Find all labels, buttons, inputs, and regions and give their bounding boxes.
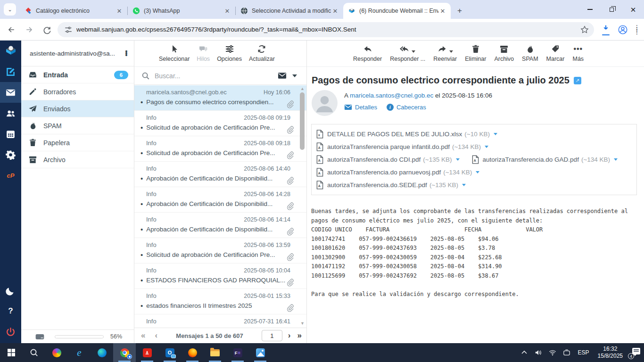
forward-button[interactable]: Reenviar <box>433 44 457 62</box>
logout-icon[interactable] <box>0 321 21 342</box>
attachment-menu-caret-icon[interactable] <box>476 171 479 173</box>
last-page-icon[interactable]: » <box>297 331 302 340</box>
wifi-icon[interactable] <box>545 343 560 362</box>
message-list-item[interactable]: Info 2025-07-31 16:41 • <box>134 314 306 328</box>
message-list-item[interactable]: Info 2025-08-08 09:19 • Solicitud de apr… <box>134 111 306 136</box>
attachment-item[interactable]: x DETALLE DE PAGOS DEL MES DE JULIO.xlsx… <box>316 130 497 139</box>
close-button[interactable]: ✕ <box>622 0 644 19</box>
browser-tab[interactable]: (6) Roundcube Webmail :: Envia ✕ <box>343 3 451 19</box>
rail-settings-icon[interactable] <box>0 144 21 165</box>
attachment-menu-caret-icon[interactable] <box>456 158 460 161</box>
threads-button[interactable]: Hilos <box>197 44 210 62</box>
archive-button[interactable]: Archivo <box>494 44 514 62</box>
recipient-email-link[interactable]: maricela.santos@cnel.gob.ec <box>350 92 433 99</box>
language-indicator[interactable]: ESP <box>574 349 594 356</box>
attachment-menu-caret-icon[interactable] <box>494 133 497 135</box>
tray-expand-icon[interactable] <box>517 343 531 362</box>
folder-item-archivo[interactable]: Archivo <box>21 151 134 168</box>
new-tab-button[interactable]: + <box>454 5 466 17</box>
message-list-item[interactable]: Info 2025-08-05 10:04 • ESTADOS FINANCIE… <box>134 263 306 289</box>
rail-mail-icon[interactable] <box>0 82 21 103</box>
browser-tab[interactable]: (3) WhatsApp ✕ <box>128 3 235 19</box>
site-settings-icon[interactable] <box>64 25 73 34</box>
message-list-item[interactable]: Info 2025-08-08 09:18 • Solicitud de apr… <box>134 136 306 162</box>
browser-tab[interactable]: Catálogo electrónico ✕ <box>20 3 127 19</box>
search-scope-icon[interactable] <box>278 71 287 80</box>
url-bar[interactable]: webmail.sanjuan.gob.ec/cpsess2676495776/… <box>58 22 594 37</box>
restore-button[interactable] <box>601 0 622 19</box>
browser-menu-icon[interactable]: ⋮⋮⋮ <box>633 23 641 37</box>
message-list-item[interactable]: Info 2025-08-06 14:40 • Aprobación de Ce… <box>134 162 306 187</box>
open-in-new-window-icon[interactable]: ↗ <box>574 77 581 84</box>
compose-icon[interactable] <box>0 61 21 82</box>
scroll-up-icon[interactable]: ▲ <box>299 86 305 91</box>
attachment-item[interactable]: A autorizaTransferencia.do parnuevosj.pd… <box>316 168 479 177</box>
reply-all-caret-icon[interactable] <box>412 50 415 53</box>
notification-center-button[interactable]: 4 <box>629 347 640 358</box>
bookmark-star-icon[interactable] <box>580 25 589 34</box>
tab-close-icon[interactable]: ✕ <box>115 7 124 15</box>
headers-toggle[interactable]: i Cabeceras <box>387 104 426 111</box>
profile-avatar-icon[interactable] <box>616 23 630 37</box>
search-options-chevron-icon[interactable] <box>292 74 297 77</box>
rail-contacts-icon[interactable] <box>0 103 21 123</box>
message-list-item[interactable]: Info 2025-08-06 14:28 • Aprobación de Ce… <box>134 187 306 213</box>
taskbar-search-button[interactable] <box>23 343 45 362</box>
dark-mode-icon[interactable] <box>0 280 21 301</box>
mark-button[interactable]: Marcar <box>546 44 565 62</box>
back-icon[interactable] <box>5 23 18 36</box>
scrollbar-thumb[interactable] <box>300 92 305 150</box>
edge-button[interactable] <box>91 343 113 362</box>
attachment-menu-caret-icon[interactable] <box>462 184 466 186</box>
message-list-item[interactable]: Info 2025-08-01 15:33 • estados financie… <box>134 289 306 314</box>
refresh-icon[interactable] <box>41 23 54 36</box>
delete-button[interactable]: Eliminar <box>465 44 486 62</box>
reply-button[interactable]: Responder <box>353 44 382 62</box>
attachment-item[interactable]: A autorizaTransferencia.do.SEDE.pdf (~13… <box>316 181 466 189</box>
refresh-list-button[interactable]: Actualizar <box>249 44 275 62</box>
folder-item-enviados[interactable]: Enviados <box>21 100 134 117</box>
clock[interactable]: 16:32 15/8/2025 <box>594 346 627 360</box>
display-connect-icon[interactable] <box>560 343 574 362</box>
message-list-item[interactable]: Info 2025-08-06 14:14 • Aprobación de Ce… <box>134 213 306 238</box>
options-button[interactable]: Opciones <box>217 44 242 62</box>
more-button[interactable]: ••• Más <box>572 44 584 62</box>
photos-button[interactable] <box>249 343 272 362</box>
account-menu-icon[interactable]: ••• <box>123 50 130 56</box>
first-page-icon[interactable]: « <box>141 331 145 340</box>
folder-item-papelera[interactable]: Papelera <box>21 134 134 151</box>
spam-button[interactable]: SPAM <box>522 44 538 62</box>
reply-all-button[interactable]: Responder ... <box>390 44 425 62</box>
file-explorer-button[interactable] <box>204 343 226 362</box>
folder-item-entrada[interactable]: Entrada 6 <box>21 66 134 83</box>
forward-icon[interactable] <box>23 23 36 36</box>
volume-icon[interactable] <box>531 343 545 362</box>
tab-close-icon[interactable]: ✕ <box>223 7 231 15</box>
next-page-icon[interactable]: › <box>288 331 291 340</box>
tab-search-button[interactable]: ⌄ <box>4 3 16 16</box>
help-icon[interactable]: ? <box>0 301 21 321</box>
downloads-icon[interactable] <box>599 23 613 37</box>
rail-calendar-icon[interactable] <box>0 123 21 144</box>
f-app-button[interactable]: F≡ <box>226 343 249 362</box>
tab-close-icon[interactable]: ✕ <box>438 7 447 15</box>
acrobat-button[interactable] <box>136 343 158 362</box>
internet-explorer-button[interactable]: e <box>68 343 91 362</box>
page-input[interactable] <box>262 330 282 341</box>
select-button[interactable]: Seleccionar <box>159 44 190 62</box>
attachment-item[interactable]: A autorizaTransferencia.do GAD.pdf (~134… <box>472 155 618 164</box>
copilot-button[interactable] <box>45 343 68 362</box>
browser-tab[interactable]: Seleccione Actividad a modific ✕ <box>236 3 343 19</box>
attachment-menu-caret-icon[interactable] <box>485 146 488 148</box>
minimize-button[interactable] <box>579 0 601 19</box>
attachment-item[interactable]: A autorizaTransferencia parque infantil.… <box>316 142 488 151</box>
message-list-item[interactable]: Info 2025-08-06 13:59 • Solicitud de apr… <box>134 238 306 263</box>
start-button[interactable] <box>0 343 23 362</box>
scroll-down-icon[interactable]: ▼ <box>299 321 305 326</box>
outlook-button[interactable]: O <box>158 343 181 362</box>
tab-close-icon[interactable]: ✕ <box>331 7 339 15</box>
cpanel-icon[interactable]: cP <box>0 165 21 186</box>
chrome-button[interactable] <box>113 343 136 362</box>
search-input[interactable] <box>155 72 278 80</box>
forward-caret-icon[interactable] <box>449 50 453 53</box>
